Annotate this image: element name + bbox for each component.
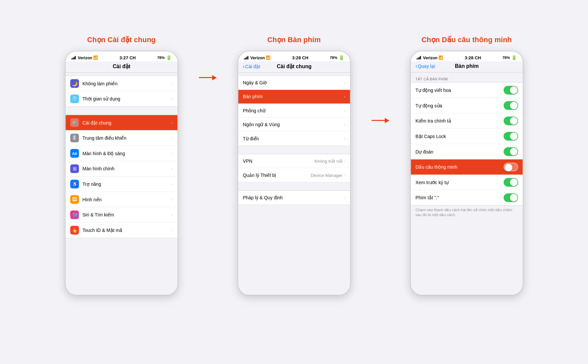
item-icon-time: ⏱	[70, 94, 79, 103]
status-bar-3: Verizon 📶 3:28 CH 78% 🔋	[411, 51, 523, 61]
settings-list-2: Ngày & Giờ › Bàn phím › Phông chữ › Ngôn…	[238, 72, 350, 294]
item-label: Từ điển	[243, 136, 344, 141]
settings-group-2c: Pháp lý & Quy định ›	[238, 190, 350, 205]
settings-group-2b: VPN Không Kết nối › Quản lý Thiết bị Dev…	[238, 154, 350, 182]
item-label: Quản lý Thiết bị	[243, 172, 311, 178]
toggle-predictive[interactable]	[503, 147, 518, 156]
battery-pct-2: 78%	[330, 55, 337, 60]
item-label: VPN	[243, 158, 315, 163]
toggle-char-preview[interactable]	[503, 178, 518, 186]
list-item[interactable]: 👆 Touch ID & Mật mã ›	[66, 222, 178, 238]
item-label: Màn hình chính	[82, 166, 171, 171]
nav-back-label-2: Cài đặt	[245, 64, 260, 69]
list-item[interactable]: ⊞ Màn hình chính ›	[66, 161, 178, 177]
item-label: Trung tâm điều khiển	[82, 135, 171, 141]
list-item[interactable]: Ngôn ngữ & Vùng ›	[238, 118, 350, 131]
status-right-2: 78% 🔋	[330, 55, 344, 60]
toggle-smart-punctuation[interactable]	[503, 162, 518, 171]
chevron-icon: ›	[344, 158, 345, 163]
item-label: Bật Caps Lock	[415, 133, 504, 139]
settings-list-3: TẤT CẢ BÀN PHÍM Tự động viết hoa Tự động…	[411, 72, 523, 295]
carrier-1: Verizon	[78, 55, 92, 60]
item-icon-wallpaper: 🖼	[70, 195, 79, 204]
arrow-connector-1	[199, 75, 217, 80]
carrier-2: Verizon	[250, 55, 265, 60]
status-left-3: Verizon 📶	[416, 55, 443, 60]
toggle-period-shortcut[interactable]	[503, 193, 518, 202]
list-item-active[interactable]: Dấu câu thông minh	[411, 159, 523, 175]
nav-title-1: Cài đặt	[113, 63, 130, 69]
list-item[interactable]: Xem trước ký tự	[411, 175, 523, 190]
nav-bar-1: Cài đặt	[66, 61, 178, 72]
item-label: Siri & Tìm kiếm	[82, 212, 171, 217]
item-label: Màn hình & Độ sáng	[82, 151, 171, 156]
chevron-icon: ›	[344, 173, 345, 177]
chevron-icon: ›	[344, 195, 345, 200]
back-chevron-3: ‹	[415, 63, 417, 69]
status-right-1: 78% 🔋	[157, 55, 172, 60]
list-item[interactable]: 🌙 Không làm phiền ›	[66, 76, 178, 91]
toggle-auto-correct[interactable]	[503, 101, 518, 110]
battery-icon-1: 🔋	[166, 55, 172, 60]
toggle-caps-lock[interactable]	[503, 132, 518, 140]
chevron-icon: ›	[171, 81, 173, 86]
chevron-icon: ›	[171, 97, 173, 101]
status-left-1: Verizon 📶	[71, 55, 98, 60]
nav-back-3[interactable]: ‹ Quay lại	[415, 63, 435, 69]
chevron-icon: ›	[171, 182, 173, 186]
list-item[interactable]: 🎛 Trung tâm điều khiển ›	[66, 130, 178, 146]
list-item[interactable]: 🔮 Siri & Tìm kiếm ›	[66, 207, 178, 223]
arrow-line-1	[199, 77, 212, 78]
list-item[interactable]: 🖼 Hình nền ›	[66, 192, 178, 207]
list-item[interactable]: AA Màn hình & Độ sáng ›	[66, 146, 178, 161]
nav-bar-2: ‹ Cài đặt Cài đặt chung	[238, 61, 350, 72]
chevron-icon: ›	[171, 228, 173, 232]
nav-bar-3: ‹ Quay lại Bàn phím	[411, 61, 523, 72]
signal-icon-1	[71, 56, 75, 59]
settings-group-1b: ⚙️ Cài đặt chung › 🎛 Trung tâm điều khiể…	[66, 115, 178, 238]
list-item[interactable]: Kiểm tra chính tả	[411, 113, 523, 129]
toggle-auto-cap[interactable]	[503, 86, 518, 94]
list-item[interactable]: Pháp lý & Quy định ›	[238, 191, 350, 205]
main-container: Chọn Cài đặt chung Verizon 📶 3:27 CH 78%	[44, 29, 544, 335]
time-2: 3:28 CH	[292, 55, 308, 60]
list-item-active[interactable]: Bàn phím ›	[238, 90, 350, 103]
wifi-icon-3: 📶	[438, 55, 443, 60]
chevron-icon: ›	[171, 120, 173, 125]
list-item[interactable]: Dự đoán	[411, 144, 523, 159]
chevron-icon: ›	[171, 212, 173, 217]
list-item[interactable]: ♿ Trợ năng ›	[66, 176, 178, 192]
status-bar-2: Verizon 📶 3:28 CH 78% 🔋	[238, 51, 350, 61]
list-item-active[interactable]: ⚙️ Cài đặt chung ›	[66, 115, 178, 130]
item-label: Kiểm tra chính tả	[415, 118, 504, 124]
item-label: Ngày & Giờ	[243, 80, 344, 85]
item-label: Hình nền	[82, 197, 171, 202]
chevron-icon: ›	[344, 122, 345, 126]
list-item[interactable]: Từ điển ›	[238, 131, 350, 145]
list-item[interactable]: Quản lý Thiết bị Device Manager ›	[238, 168, 350, 182]
item-value: Không Kết nối	[315, 158, 342, 163]
item-value: Device Manager	[311, 173, 342, 178]
list-item[interactable]: Ngày & Giờ ›	[238, 76, 350, 90]
list-item[interactable]: VPN Không Kết nối ›	[238, 154, 350, 168]
status-bar-1: Verizon 📶 3:27 CH 78% 🔋	[66, 51, 178, 61]
item-label: Tự động viết hoa	[415, 87, 504, 93]
list-item[interactable]: Bật Caps Lock	[411, 128, 523, 144]
iphone-3: Verizon 📶 3:28 CH 78% 🔋 ‹ Quay lại Bàn p…	[410, 51, 523, 295]
chevron-icon: ›	[344, 136, 345, 141]
item-label: Trợ năng	[82, 181, 171, 187]
item-label: Pháp lý & Quy định	[243, 195, 344, 200]
list-item[interactable]: ⏱ Thời gian sử dụng ›	[66, 91, 178, 106]
list-item[interactable]: Phím tắt "."	[411, 190, 523, 205]
list-item[interactable]: Tự động sửa	[411, 98, 523, 113]
section-note-3: Chạm vào thanh dấu cách hai lần sẽ chèn …	[411, 205, 523, 219]
toggle-spell-check[interactable]	[503, 116, 518, 125]
nav-title-3: Bàn phím	[455, 63, 478, 69]
battery-icon-2: 🔋	[338, 55, 344, 60]
list-item[interactable]: Tự động viết hoa	[411, 82, 523, 98]
item-label: Ngôn ngữ & Vùng	[243, 122, 344, 127]
item-icon-homescreen: ⊞	[70, 164, 79, 173]
nav-back-2[interactable]: ‹ Cài đặt	[243, 63, 260, 69]
item-label: Touch ID & Mật mã	[82, 227, 171, 233]
list-item[interactable]: Phông chữ ›	[238, 104, 350, 118]
